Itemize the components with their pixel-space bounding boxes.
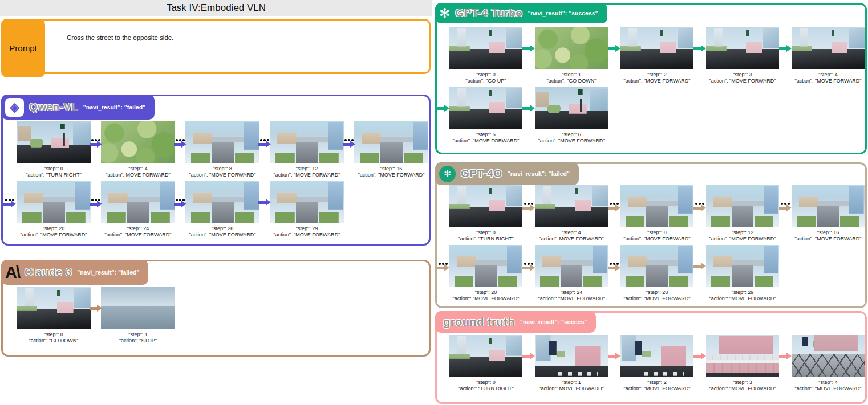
step-image [354,121,428,163]
openai-logo-icon: ✻ [439,166,456,182]
step-image [620,335,693,377]
step-item: "step": 4"action": "MOVE FORWARD" [792,27,865,84]
step-item: "step": 1"action": MOVE FORWARD" [535,335,608,392]
arrow-icon [608,355,615,358]
prompt-label: Prompt [1,19,45,77]
model-badge: A\Claude 3"navi_result": "failed" [1,260,148,285]
panel-ground-truth: ground truth"navi_result": "succes""step… [435,311,867,404]
step-caption: "step": 4"action": "MOVE FORWARD" [792,72,865,84]
step-item: "step": 8"action": "MOVE FORWARD" [185,121,259,178]
action-label: "action": "MOVE FORWARD" [792,78,865,84]
step-image [449,87,522,129]
step-label: "step": 1 [535,72,608,78]
navi-result: "navi_result": "failed" [77,269,139,276]
step-item: "step": 16"action": "MOVE FORWARD" [792,185,865,242]
step-item: "step": 29"action": "MOVE FORWARD" [706,245,779,302]
action-label: "action": "MOVE FORWARD" [449,296,522,302]
step-label: "step": 12 [270,166,344,172]
flow-connector [779,335,792,377]
flow-connector [91,287,101,329]
step-image [535,185,608,227]
arrow-icon [522,355,530,358]
flow-connector [693,185,706,227]
step-item: "step": 0"action": "GO UP" [449,27,522,84]
step-item: "step": 29"action": "MOVE FORWARD" [270,181,344,238]
action-label: "action": "GO DOWN" [17,338,91,344]
arrow-icon [437,267,444,269]
step-item: "step": 0"action": "TURN RIGHT" [449,335,522,392]
action-label: "action": "GO UP" [449,78,522,84]
step-item: "step": 4"action": "MOVE FORWARD" [792,335,865,392]
step-image [620,27,693,69]
action-label: "action": "MOVE FORWARD" [185,172,259,178]
step-item: "step": 12"action": "MOVE FORWARD" [706,185,779,242]
step-label: "step": 4 [792,379,865,386]
model-name: Qwen-VL [29,101,78,113]
step-caption: "step": 3"action": "MOVE FORWARD" [706,72,779,84]
step-image [185,121,259,163]
step-caption: "step": 0"action": "TURN RIGHT" [449,379,522,392]
model-name: Claude 3 [25,266,72,279]
action-label: "action": "MOVE FORWARD" [17,232,91,238]
step-image [706,245,779,287]
step-item: "step": 1"action": "STOP" [101,287,175,344]
navi-result: "navi_result": "failed" [83,104,145,111]
step-image [449,335,522,377]
step-item: "step": 0"action": "GO DOWN" [17,287,91,344]
step-item: "step": 0"action": "TURN RIGHT" [449,185,522,242]
arrow-icon [779,207,786,210]
action-label: "action": "MOVE FORWARD" [706,78,779,84]
step-label: "step": 12 [706,230,779,236]
flow-connector [344,121,354,163]
step-label: "step": 1 [101,332,175,338]
step-image [17,287,91,329]
arrow-icon [258,201,266,204]
step-label: "step": 8 [185,166,259,172]
action-label: "action": "MOVE FORWARD" [185,232,259,238]
action-label: "action": "TURN RIGHT" [449,386,522,392]
step-item: "step": 8"action": "MOVE FORWARD" [620,185,693,242]
step-caption: "step": 8"action": "MOVE FORWARD" [185,166,259,178]
step-item: "step": 12"action": "MOVE FORWARD" [270,121,344,178]
action-label: "action": MOVE FORWARD" [101,172,175,178]
navi-result: "navi_result": "success" [528,10,598,17]
step-row: "step": 0"action": "TURN RIGHT""step": 4… [3,121,429,178]
step-image [270,121,344,163]
step-label: "step": 24 [535,289,608,296]
step-caption: "step": 2"action": "MOVE FORWARD" [620,72,693,84]
action-label: "action": "MOVE FORWARD" [449,138,522,144]
step-image [706,185,779,227]
step-image [792,27,865,69]
flow-connector [175,181,185,223]
flow-connector [779,185,792,227]
action-label: "action": "MOVE FORWARD" [270,232,344,238]
step-label: "step": 2 [620,72,693,78]
step-caption: "step": 4"action": "MOVE FORWARD" [792,379,865,392]
step-caption: "step": 12"action": "MOVE FORWARD" [270,166,344,178]
arrow-icon [90,203,97,206]
step-item: "step": 5"action": "MOVE FORWARD" [449,87,522,144]
action-label: "action": "MOVE FORWARD" [792,236,865,242]
step-caption: "step": 6"action": "MOVE FORWARD" [535,132,608,144]
action-label: "action": "MOVE FORWARD" [706,386,779,392]
step-caption: "step": 5"action": "MOVE FORWARD" [449,132,522,144]
step-item: "step": 2"action": "MOVE FORWARD" [620,27,693,84]
panel-gpt-4-turbo: ✻GPT-4 Turbo"navi_result": "success""ste… [435,3,867,154]
step-label: "step": 3 [706,72,779,78]
step-caption: "step": 20"action": "MOVE FORWARD" [449,289,522,302]
step-label: "step": 24 [101,226,175,232]
step-image [706,335,779,377]
arrow-icon [522,207,530,210]
step-image [535,335,608,377]
step-label: "step": 16 [354,166,428,172]
arrow-icon [174,143,181,146]
step-caption: "step": 16"action": "MOVE FORWARD" [792,230,865,242]
step-item: "step": 4"action": MOVE FORWARD" [101,121,175,178]
step-label: "step": 0 [449,72,522,78]
step-item: "step": 3"action": "MOVE FORWARD" [706,335,779,392]
arrow-icon [693,265,701,268]
model-badge: ✻GPT-4 Turbo"navi_result": "success" [435,3,607,23]
step-label: "step": 3 [706,379,779,386]
model-name: GPT-4O [461,167,502,180]
step-label: "step": 20 [17,226,91,232]
